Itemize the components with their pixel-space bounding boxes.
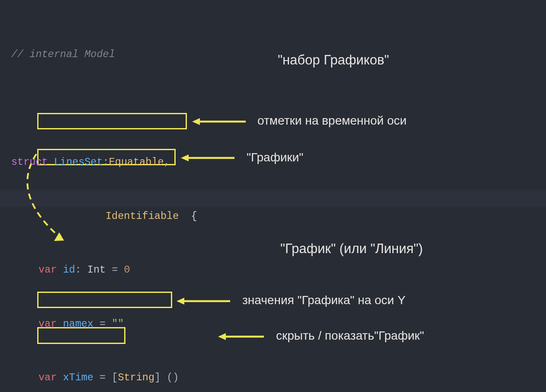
annotation-xtime: отметки на временной оси: [257, 114, 407, 128]
annotation-points: значения "Графика" на оси Y: [242, 293, 405, 307]
code-editor: "набор Графиков" отметки на временной ос…: [0, 0, 546, 392]
annotation-line-title: "График" (или "Линия"): [280, 241, 423, 257]
annotation-ishidden: скрыть / показать"График": [276, 329, 424, 343]
source-code[interactable]: // internal Model struct LinesSet:Equata…: [0, 0, 249, 392]
annotation-lines: "Графики": [247, 151, 303, 164]
code-comment: // internal Model: [11, 48, 115, 60]
annotation-set-title: "набор Графиков": [278, 52, 389, 68]
